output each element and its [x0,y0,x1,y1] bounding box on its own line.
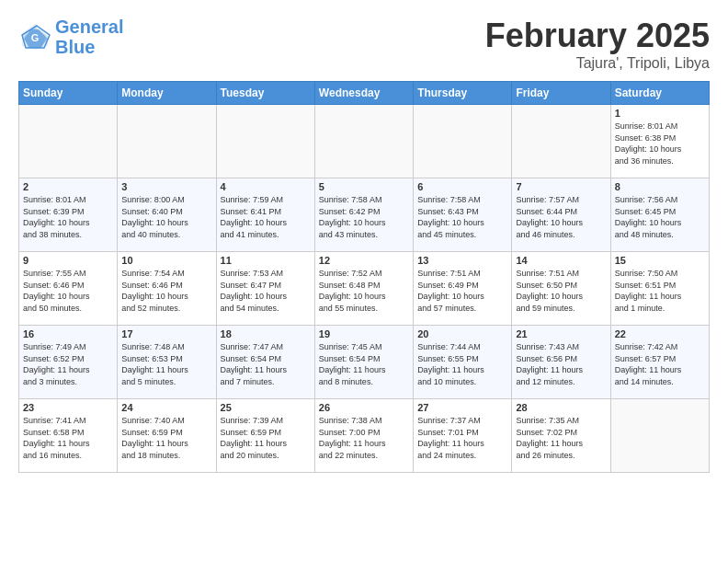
calendar-week-3: 16Sunrise: 7:49 AMSunset: 6:52 PMDayligh… [19,326,710,399]
calendar-cell: 28Sunrise: 7:35 AMSunset: 7:02 PMDayligh… [512,399,610,473]
day-number: 28 [516,402,606,413]
day-info: Sunrise: 7:54 AMSunset: 6:46 PMDaylight:… [121,268,211,314]
day-number: 7 [516,181,606,192]
day-info: Sunrise: 7:41 AMSunset: 6:58 PMDaylight:… [23,415,113,461]
day-number: 17 [121,328,211,339]
page: G General Blue February 2025 Tajura', Tr… [0,0,728,563]
day-info: Sunrise: 7:37 AMSunset: 7:01 PMDaylight:… [417,415,507,461]
day-number: 25 [221,402,311,413]
day-info: Sunrise: 7:38 AMSunset: 7:00 PMDaylight:… [319,415,409,461]
day-number: 9 [23,255,113,266]
calendar-cell: 4Sunrise: 7:59 AMSunset: 6:41 PMDaylight… [216,178,314,252]
day-info: Sunrise: 7:39 AMSunset: 6:59 PMDaylight:… [221,415,311,461]
day-number: 10 [121,255,211,266]
day-number: 18 [221,328,311,339]
calendar-cell: 2Sunrise: 8:01 AMSunset: 6:39 PMDaylight… [19,178,118,252]
calendar-cell: 24Sunrise: 7:40 AMSunset: 6:59 PMDayligh… [118,399,216,473]
calendar-cell: 25Sunrise: 7:39 AMSunset: 6:59 PMDayligh… [216,399,314,473]
calendar-title: February 2025 [485,17,710,55]
day-info: Sunrise: 7:49 AMSunset: 6:52 PMDaylight:… [23,341,113,387]
day-number: 20 [417,328,507,339]
day-number: 12 [319,255,409,266]
day-info: Sunrise: 7:52 AMSunset: 6:48 PMDaylight:… [319,268,409,314]
calendar-cell: 14Sunrise: 7:51 AMSunset: 6:50 PMDayligh… [512,252,610,326]
logo: G General Blue [18,17,123,57]
day-number: 22 [615,328,705,339]
day-info: Sunrise: 7:58 AMSunset: 6:43 PMDaylight:… [417,194,507,240]
day-info: Sunrise: 8:00 AMSunset: 6:40 PMDaylight:… [121,194,211,240]
day-number: 4 [221,181,311,192]
day-info: Sunrise: 7:47 AMSunset: 6:54 PMDaylight:… [221,341,311,387]
day-info: Sunrise: 7:51 AMSunset: 6:50 PMDaylight:… [516,268,606,314]
calendar-cell: 15Sunrise: 7:50 AMSunset: 6:51 PMDayligh… [610,252,709,326]
calendar-cell: 10Sunrise: 7:54 AMSunset: 6:46 PMDayligh… [118,252,216,326]
day-info: Sunrise: 7:55 AMSunset: 6:46 PMDaylight:… [23,268,113,314]
header: G General Blue February 2025 Tajura', Tr… [18,17,710,72]
day-number: 13 [417,255,507,266]
calendar-cell: 16Sunrise: 7:49 AMSunset: 6:52 PMDayligh… [19,326,118,399]
calendar-cell [414,105,512,178]
weekday-header-friday: Friday [512,82,610,105]
calendar-week-2: 9Sunrise: 7:55 AMSunset: 6:46 PMDaylight… [19,252,710,326]
day-info: Sunrise: 7:56 AMSunset: 6:45 PMDaylight:… [615,194,705,240]
day-number: 2 [23,181,113,192]
day-number: 27 [417,402,507,413]
day-number: 5 [319,181,409,192]
weekday-header-tuesday: Tuesday [216,82,314,105]
day-info: Sunrise: 7:43 AMSunset: 6:56 PMDaylight:… [516,341,606,387]
day-info: Sunrise: 7:40 AMSunset: 6:59 PMDaylight:… [121,415,211,461]
day-number: 16 [23,328,113,339]
header-row: SundayMondayTuesdayWednesdayThursdayFrid… [19,82,710,105]
calendar-cell: 3Sunrise: 8:00 AMSunset: 6:40 PMDaylight… [118,178,216,252]
calendar-cell: 27Sunrise: 7:37 AMSunset: 7:01 PMDayligh… [414,399,512,473]
day-info: Sunrise: 7:57 AMSunset: 6:44 PMDaylight:… [516,194,606,240]
calendar-cell: 9Sunrise: 7:55 AMSunset: 6:46 PMDaylight… [19,252,118,326]
calendar-cell: 17Sunrise: 7:48 AMSunset: 6:53 PMDayligh… [118,326,216,399]
logo-line2: Blue [55,37,95,57]
logo-text: General Blue [55,17,123,57]
weekday-header-wednesday: Wednesday [314,82,413,105]
calendar-cell: 6Sunrise: 7:58 AMSunset: 6:43 PMDaylight… [414,178,512,252]
day-info: Sunrise: 8:01 AMSunset: 6:38 PMDaylight:… [615,121,705,167]
calendar-cell [118,105,216,178]
weekday-header-saturday: Saturday [610,82,709,105]
calendar-cell: 20Sunrise: 7:44 AMSunset: 6:55 PMDayligh… [414,326,512,399]
calendar-week-1: 2Sunrise: 8:01 AMSunset: 6:39 PMDaylight… [19,178,710,252]
calendar-cell: 11Sunrise: 7:53 AMSunset: 6:47 PMDayligh… [216,252,314,326]
calendar-cell: 1Sunrise: 8:01 AMSunset: 6:38 PMDaylight… [610,105,709,178]
day-info: Sunrise: 7:45 AMSunset: 6:54 PMDaylight:… [319,341,409,387]
day-number: 8 [615,181,705,192]
day-number: 15 [615,255,705,266]
day-info: Sunrise: 7:50 AMSunset: 6:51 PMDaylight:… [615,268,705,314]
weekday-header-monday: Monday [118,82,216,105]
calendar-cell: 19Sunrise: 7:45 AMSunset: 6:54 PMDayligh… [314,326,413,399]
calendar-cell [314,105,413,178]
calendar-cell: 13Sunrise: 7:51 AMSunset: 6:49 PMDayligh… [414,252,512,326]
logo-line1: General [55,17,123,37]
calendar-cell [19,105,118,178]
day-number: 19 [319,328,409,339]
calendar-cell [512,105,610,178]
calendar-cell: 22Sunrise: 7:42 AMSunset: 6:57 PMDayligh… [610,326,709,399]
day-number: 14 [516,255,606,266]
day-number: 23 [23,402,113,413]
calendar-cell: 18Sunrise: 7:47 AMSunset: 6:54 PMDayligh… [216,326,314,399]
day-info: Sunrise: 7:48 AMSunset: 6:53 PMDaylight:… [121,341,211,387]
day-number: 24 [121,402,211,413]
day-info: Sunrise: 7:59 AMSunset: 6:41 PMDaylight:… [221,194,311,240]
svg-text:G: G [31,32,40,43]
day-number: 26 [319,402,409,413]
day-info: Sunrise: 7:42 AMSunset: 6:57 PMDaylight:… [615,341,705,387]
calendar-cell: 26Sunrise: 7:38 AMSunset: 7:00 PMDayligh… [314,399,413,473]
weekday-header-sunday: Sunday [19,82,118,105]
calendar-cell: 12Sunrise: 7:52 AMSunset: 6:48 PMDayligh… [314,252,413,326]
calendar-cell: 5Sunrise: 7:58 AMSunset: 6:42 PMDaylight… [314,178,413,252]
calendar-cell [610,399,709,473]
calendar-cell: 23Sunrise: 7:41 AMSunset: 6:58 PMDayligh… [19,399,118,473]
day-number: 3 [121,181,211,192]
day-info: Sunrise: 8:01 AMSunset: 6:39 PMDaylight:… [23,194,113,240]
logo-icon: G [18,20,51,53]
calendar-header: SundayMondayTuesdayWednesdayThursdayFrid… [19,82,710,105]
calendar-cell [216,105,314,178]
day-number: 21 [516,328,606,339]
